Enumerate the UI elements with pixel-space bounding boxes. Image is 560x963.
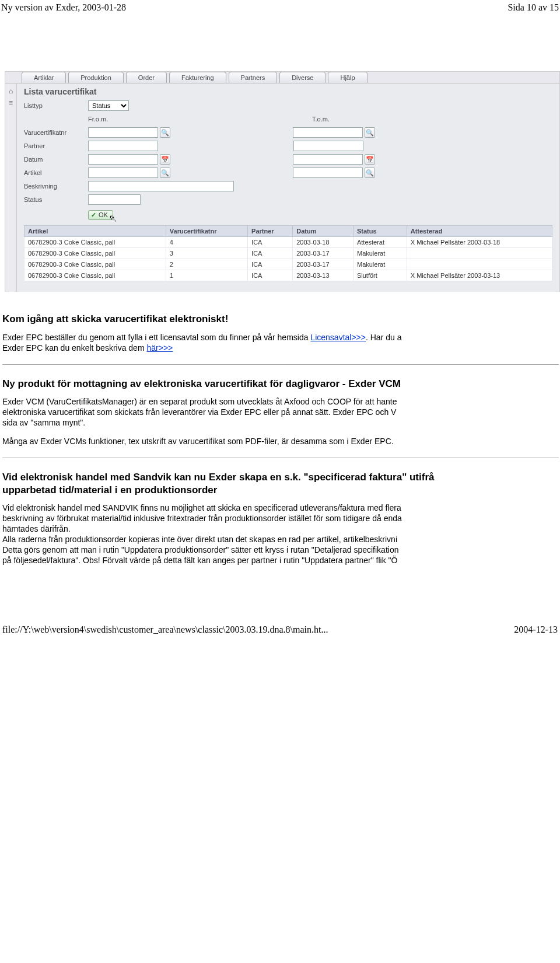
label-to: T.o.m. [312, 116, 341, 123]
select-listtyp[interactable]: Status [88, 100, 129, 111]
label-listtyp: Listtyp [24, 102, 88, 109]
col-attesterad[interactable]: Attesterad [407, 226, 552, 237]
label-artikel: Artikel [24, 169, 88, 176]
header-left: Ny version av Exder, 2003-01-28 [1, 2, 126, 13]
col-varucert[interactable]: Varucertifikatnr [166, 226, 247, 237]
sec1-p1: Exder EPC beställer du genom att fylla i… [2, 333, 559, 354]
tab-artiklar[interactable]: Artiklar [22, 72, 66, 83]
cursor-icon: ↖ [110, 214, 117, 223]
col-partner[interactable]: Partner [248, 226, 293, 237]
sec3-title: Vid elektronisk handel med Sandvik kan n… [2, 471, 559, 497]
home-icon[interactable]: ⌂ [9, 87, 13, 95]
col-status[interactable]: Status [353, 226, 407, 237]
sec1-title: Kom igång att skicka varucertifikat elek… [2, 313, 559, 326]
search-icon[interactable]: 🔍 [365, 127, 375, 138]
table-row[interactable]: 06782900-3 Coke Classic, pall3ICA2003-03… [24, 248, 552, 259]
col-artikel[interactable]: Artikel [24, 226, 166, 237]
list-icon[interactable]: ≡ [9, 99, 13, 107]
label-partner: Partner [24, 142, 88, 149]
tab-hjalp[interactable]: Hjälp [328, 72, 367, 83]
search-icon[interactable]: 🔍 [160, 168, 170, 178]
left-strip: ⌂ ≡ [5, 83, 17, 292]
input-varucert-from[interactable] [88, 127, 158, 138]
col-datum[interactable]: Datum [293, 226, 354, 237]
search-icon[interactable]: 🔍 [160, 127, 170, 138]
sec2-title: Ny produkt för mottagning av elektronisk… [2, 378, 559, 390]
link-har[interactable]: här>>> [146, 343, 173, 353]
input-partner-to[interactable] [293, 141, 363, 151]
sec2-p1: Exder VCM (VaruCertifikatsManager) är en… [2, 397, 559, 428]
label-from: Fr.o.m. [88, 116, 117, 123]
input-partner-from[interactable] [88, 141, 158, 151]
result-grid: Artikel Varucertifikatnr Partner Datum S… [24, 225, 552, 281]
sec2-p2: Många av Exder VCMs funktioner, tex utsk… [2, 437, 559, 447]
input-beskrivning[interactable] [88, 181, 234, 191]
tab-fakturering[interactable]: Fakturering [169, 72, 226, 83]
label-varucert: Varucertifikatnr [24, 129, 88, 136]
input-artikel-to[interactable] [293, 168, 363, 178]
separator [2, 458, 559, 458]
footer-left: file://Y:\web\version4\swedish\customer_… [2, 624, 328, 635]
menu-tabs: Artiklar Produktion Order Fakturering Pa… [22, 72, 370, 83]
input-datum-from[interactable] [88, 154, 158, 165]
input-status[interactable] [88, 194, 141, 205]
input-varucert-to[interactable] [293, 127, 363, 138]
sec3-p1: Vid elektronisk handel med SANDVIK finns… [2, 503, 559, 566]
tab-produktion[interactable]: Produktion [68, 72, 124, 83]
label-datum: Datum [24, 156, 88, 163]
table-row[interactable]: 06782900-3 Coke Classic, pall1ICA2003-03… [24, 270, 552, 281]
app-window: Artiklar Produktion Order Fakturering Pa… [5, 71, 560, 292]
tab-diverse[interactable]: Diverse [279, 72, 326, 83]
table-row[interactable]: 06782900-3 Coke Classic, pall2ICA2003-03… [24, 259, 552, 270]
separator [2, 364, 559, 365]
section-title: Lista varucertifikat [24, 87, 552, 96]
tab-order[interactable]: Order [126, 72, 167, 83]
header-right: Sida 10 av 15 [508, 2, 559, 13]
link-licensavtal[interactable]: Licensavtal>>> [310, 333, 366, 342]
search-icon[interactable]: 🔍 [365, 168, 375, 178]
footer-right: 2004-12-13 [514, 624, 558, 635]
input-datum-to[interactable] [293, 154, 363, 165]
calendar-icon[interactable]: 📅 [160, 154, 170, 165]
label-status: Status [24, 196, 88, 203]
calendar-icon[interactable]: 📅 [365, 154, 375, 165]
table-row[interactable]: 06782900-3 Coke Classic, pall4ICA2003-03… [24, 237, 552, 248]
check-icon: ✓ [91, 211, 96, 219]
tab-partners[interactable]: Partners [229, 72, 278, 83]
label-beskrivning: Beskrivning [24, 183, 88, 190]
input-artikel-from[interactable] [88, 168, 158, 178]
